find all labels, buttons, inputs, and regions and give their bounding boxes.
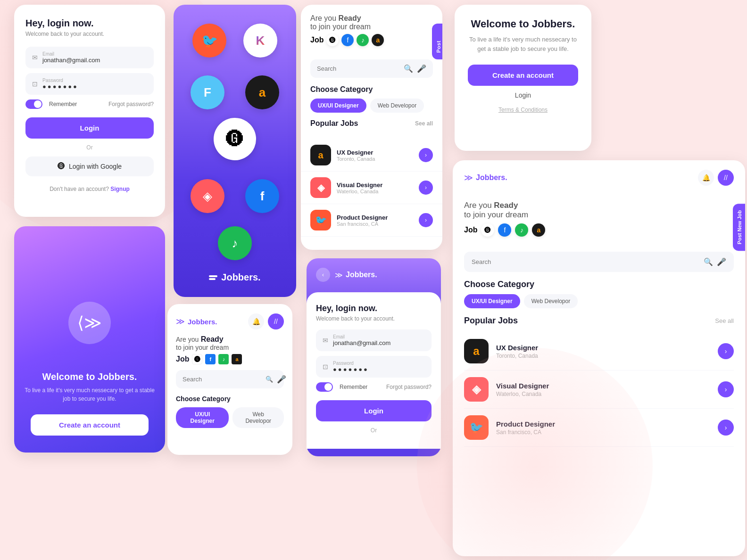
post-new-job-tab[interactable]: Post New Job: [432, 24, 442, 59]
back-button[interactable]: ‹: [316, 268, 330, 282]
welcome-right-card: Welcome to Jobbers. To live a life it's …: [455, 5, 591, 151]
google-sm: 🅖: [192, 354, 202, 364]
post-new-job-right[interactable]: Post New Job: [733, 204, 745, 251]
job-arrow-right-2[interactable]: ›: [718, 381, 734, 397]
terms-link[interactable]: Terms & Conditions: [498, 107, 548, 113]
brand-right: ≫ Jobbers.: [464, 173, 507, 183]
choose-cat-right: Choose Category: [464, 280, 734, 289]
search-input[interactable]: [183, 376, 262, 383]
google-login-label: Login with Google: [69, 163, 122, 170]
brand-chevron: ≫: [335, 271, 343, 280]
welcome-logo-circle: ⟨≫: [68, 302, 111, 344]
job-item-1: a UX Designer Toronto, Canada ›: [301, 139, 442, 172]
amazon-logo: a: [245, 75, 279, 109]
header-icons-right: 🔔 //: [698, 170, 734, 186]
remember-row: Remember Forgot password?: [25, 99, 154, 109]
job-info-3: Product Designer San francisco, CA: [337, 214, 413, 227]
brand-logos-row: Job 🅖 f ♪ a: [176, 354, 284, 364]
search-input-right[interactable]: [472, 258, 700, 265]
job-info-right-3: Product Designer San francisco, CA: [496, 420, 710, 436]
fb-right: f: [498, 223, 511, 237]
password-dots-sm: ●●●●●●●: [333, 366, 425, 373]
jobs-mic-icon: 🎤: [417, 64, 426, 73]
pill-uxui[interactable]: UX/UI Designer: [176, 407, 229, 428]
jobs-search-bar[interactable]: 🔍 🎤: [310, 59, 433, 78]
notification-btn-right[interactable]: 🔔: [698, 170, 714, 186]
login-button[interactable]: Login: [25, 117, 154, 139]
hero-ready: Ready: [494, 201, 518, 210]
airbnb-logo: ◈: [191, 179, 224, 213]
job-arrow-1[interactable]: ›: [419, 148, 433, 162]
spotify-right: ♪: [515, 223, 528, 237]
welcome-splash-card: ⟨≫ Welcome to Jobbers. To live a life it…: [14, 226, 165, 453]
mic-icon-right: 🎤: [717, 257, 726, 266]
popular-title: Popular Jobs See all: [310, 119, 433, 128]
tagline-bold: Ready: [201, 335, 224, 343]
popular-jobs-section: Popular Jobs See all: [301, 119, 442, 139]
jobs-search-icon: 🔍: [404, 64, 413, 73]
login-button-sm[interactable]: Login: [316, 400, 432, 421]
login-link[interactable]: Login: [515, 91, 531, 99]
login-sm-password-group[interactable]: ⊡ Password ●●●●●●●: [316, 356, 432, 378]
swift-logo-job: 🐦: [310, 210, 331, 231]
popular-jobs-right: Popular Jobs See all a UX Designer Toron…: [453, 316, 745, 447]
menu-button[interactable]: //: [268, 313, 284, 329]
pill-web-right[interactable]: Web Developor: [524, 294, 578, 308]
login-sm-header: ‹ ≫ Jobbers.: [307, 258, 441, 288]
signup-link[interactable]: Signup: [110, 186, 130, 192]
jobs-pill-uxui[interactable]: UX/UI Designer: [310, 99, 366, 113]
password-input-group[interactable]: ⊡ Password ●●●●●●●: [25, 73, 154, 95]
jobbers-brand: Jobbers.: [209, 272, 260, 283]
spotify-brand: ♪: [357, 34, 369, 46]
create-account-button[interactable]: Create an account: [468, 65, 578, 86]
welcome-logo-icon: ⟨≫: [77, 313, 102, 333]
job-arrow-2[interactable]: ›: [419, 181, 433, 195]
facebook-sm: f: [205, 354, 216, 364]
jobs-search-input[interactable]: [317, 65, 400, 72]
password-dots: ●●●●●●●: [42, 83, 147, 90]
kotlin-logo: K: [243, 24, 277, 58]
hero-line1: Are you Ready: [464, 201, 734, 210]
remember-label: Remember: [49, 101, 77, 107]
jobs-hero-text1: Are you Ready: [310, 14, 433, 23]
welcome-title: Welcome to Jobbers.: [42, 371, 137, 382]
login-title: Hey, login now.: [25, 18, 154, 29]
welcome-cta-button[interactable]: Create an account: [31, 414, 149, 436]
google-logo: 🅖: [214, 118, 256, 160]
remember-toggle[interactable]: [25, 99, 42, 109]
brand-name-right: Jobbers.: [476, 173, 507, 182]
see-all-link[interactable]: See all: [415, 119, 433, 127]
forgot-password-sm[interactable]: Forgot password?: [386, 384, 432, 390]
job-location-right-1: Toronto, Canada: [496, 353, 710, 359]
job-word-right: Job: [464, 226, 477, 234]
popular-header: Popular Jobs See all: [464, 316, 734, 326]
job-arrow-right-3[interactable]: ›: [718, 420, 734, 436]
menu-btn-right[interactable]: //: [718, 170, 734, 186]
login-sm-email-group[interactable]: ✉ Email jonathan@gmail.com: [316, 329, 432, 351]
see-all-right[interactable]: See all: [715, 317, 734, 324]
email-input-group[interactable]: ✉ Email jonathan@gmail.com: [25, 47, 154, 68]
job-arrow-right-1[interactable]: ›: [718, 343, 734, 359]
pill-web[interactable]: Web Developor: [232, 407, 284, 428]
remember-toggle-sm[interactable]: [316, 382, 333, 392]
pill-uxui-right[interactable]: UX/UI Designer: [464, 294, 520, 308]
category-pills-right: UX/UI Designer Web Developor: [464, 294, 734, 308]
jobs-pill-web[interactable]: Web Developor: [370, 99, 424, 113]
job-arrow-3[interactable]: ›: [419, 213, 433, 227]
airbnb-logo-job: ◈: [310, 177, 331, 198]
airbnb-logo-right: ◈: [464, 377, 489, 402]
forgot-password-link[interactable]: Forgot password?: [108, 101, 154, 107]
logos-grid: 🐦 K F a 🅖 ◈ f ♪: [183, 19, 287, 264]
login-sm-brand: ≫ Jobbers.: [335, 271, 377, 280]
password-icon-sm: ⊡: [323, 363, 328, 371]
jobs-right-hero: Are you Ready to join your dream Job 🅖 f…: [453, 189, 745, 252]
spotify-sm: ♪: [218, 354, 229, 364]
hero-text: Are you Ready: [176, 335, 284, 344]
job-location-1: Toronto, Canada: [337, 156, 413, 162]
notification-button[interactable]: 🔔: [248, 313, 264, 329]
google-login-button[interactable]: 🅖 Login with Google: [25, 156, 154, 176]
jobs-right-search[interactable]: 🔍 🎤: [464, 252, 734, 272]
search-bar[interactable]: 🔍 🎤: [176, 370, 284, 388]
job-location-right-2: Waterloo, Canada: [496, 391, 710, 397]
remember-row-sm: Remember Forgot password?: [316, 382, 432, 392]
